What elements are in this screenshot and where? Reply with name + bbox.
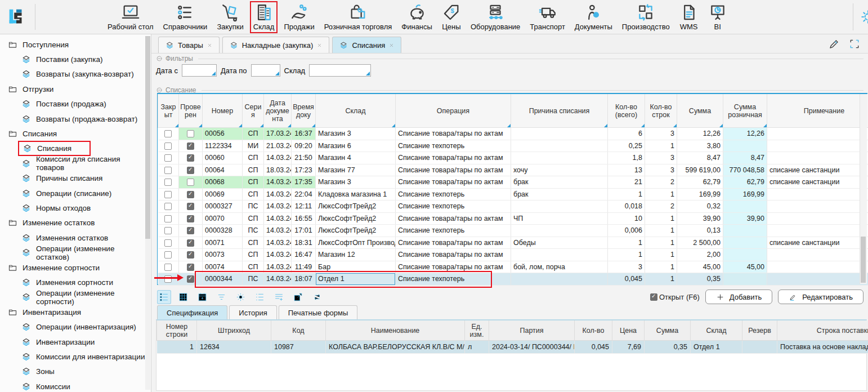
cell-sklad[interactable]: ЛюксСофтОпт Производ xyxy=(316,237,396,249)
cell-nomer[interactable]: 00071 xyxy=(203,237,243,249)
checkbox-zakryt[interactable] xyxy=(164,215,172,222)
spec-tool-numbered-list[interactable] xyxy=(253,290,267,304)
checkbox-zakryt[interactable] xyxy=(164,251,172,259)
spec-tool-filter[interactable] xyxy=(214,290,229,304)
sidebar-scrollbar[interactable] xyxy=(145,36,150,390)
cell-kolvo_strok[interactable]: 1 xyxy=(645,212,677,225)
spec-column-header-nomer_stroki[interactable]: Номер строки xyxy=(157,320,197,341)
sidebar-item-komissii[interactable]: Комиссии xyxy=(0,379,151,392)
cell-summa[interactable]: 3,80 xyxy=(677,140,723,152)
cell-summa_rozn[interactable] xyxy=(723,225,767,237)
cell-prichina[interactable]: бой, лом, порча xyxy=(511,261,608,273)
spec-cell-cena[interactable]: 7,69 xyxy=(612,341,645,354)
sidebar-item-postavki-zakupka[interactable]: Поставки (закупка) xyxy=(0,52,151,66)
spec-tool-gear[interactable] xyxy=(234,290,248,304)
cell-data[interactable]: 17.03.24 xyxy=(264,128,292,140)
cell-kolvo_vsego[interactable]: 0,25 xyxy=(608,140,645,152)
spec-cell-shtrihkod[interactable]: 12634 xyxy=(197,341,271,354)
cell-proveden[interactable] xyxy=(179,201,203,213)
cell-kolvo_strok[interactable]: 3 xyxy=(645,128,677,140)
checkbox-proveden[interactable] xyxy=(187,130,194,137)
table-row[interactable]: 00073СП14.03.2416:47Магазин 12Списание т… xyxy=(158,249,868,261)
cell-operaciya[interactable]: Списание товара/тары по актам xyxy=(396,176,511,189)
cell-nomer[interactable]: 00073 xyxy=(203,249,243,261)
cell-vremya[interactable]: 16:55 xyxy=(292,212,316,225)
spec-column-header-rezerv[interactable]: Резерв xyxy=(742,320,777,341)
cell-nomer[interactable]: 00056 xyxy=(203,128,243,140)
column-header-sklad[interactable]: Склад xyxy=(316,94,396,128)
cell-summa[interactable]: 39,90 xyxy=(677,212,723,225)
cell-seriya[interactable]: ПС xyxy=(243,273,264,286)
checkbox-zakryt[interactable] xyxy=(164,142,172,150)
spec-cell-nomer_stroki[interactable]: 1 xyxy=(157,341,197,354)
cell-prichina[interactable] xyxy=(511,225,608,237)
cell-kolvo_strok[interactable]: 1 xyxy=(645,249,677,261)
cell-kolvo_vsego[interactable]: 1 xyxy=(608,188,645,201)
checkbox-zakryt[interactable] xyxy=(164,264,172,271)
cell-sklad[interactable]: Магазин 3 xyxy=(316,128,396,140)
cell-vremya[interactable]: 18:07 xyxy=(292,273,316,286)
cell-prichina[interactable] xyxy=(511,273,608,286)
cell-primechanie[interactable]: списание санстанции xyxy=(767,176,868,189)
tab-close-icon[interactable] xyxy=(207,43,212,48)
spec-table-row[interactable]: 11263410987КОЛБАСА ВАР.БЕЛОРУССКАЯ КЛ.В/… xyxy=(157,341,868,354)
cell-operaciya[interactable]: Списание техпотерь xyxy=(396,225,511,237)
cell-proveden[interactable] xyxy=(179,273,203,286)
table-row[interactable]: 0000327ПС14.03.2412:11ЛюксСофтТрейд2Спис… xyxy=(158,201,868,213)
cell-summa[interactable]: 0,32 xyxy=(677,201,723,213)
filter-input-sklad[interactable] xyxy=(309,64,371,77)
cell-sklad[interactable]: ЛюксСофтТрейд2 xyxy=(316,225,396,237)
sidebar-item-vozvraty-prodazha[interactable]: Возвраты (продажа-возврат) xyxy=(0,112,151,126)
spec-column-header-shtrihkod[interactable]: Штрихкод xyxy=(197,320,271,341)
cell-kolvo_vsego[interactable]: 10 xyxy=(608,212,645,225)
checkbox-proveden[interactable] xyxy=(187,264,194,271)
spec-cell-kod[interactable]: 10987 xyxy=(271,341,326,354)
column-header-prichina[interactable]: Причина списания xyxy=(511,94,608,128)
toolbar-item-purchases[interactable]: Закупки xyxy=(217,3,243,31)
cell-data[interactable]: 14.03.24 xyxy=(264,188,292,201)
cell-data[interactable]: 14.03.24 xyxy=(264,237,292,249)
sidebar-item-operacii-ostatki[interactable]: Операции (изменение остатков) xyxy=(0,245,151,260)
table-row[interactable]: 0000328ПС14.03.2417:01ЛюксСофтТрейд2Спис… xyxy=(158,225,868,237)
spec-column-header-ed[interactable]: Ед. изм. xyxy=(465,320,489,341)
cell-nomer[interactable]: 1122334 xyxy=(203,140,243,152)
cell-kolvo_vsego[interactable]: 0,006 xyxy=(608,225,645,237)
filter-input-date-to[interactable] xyxy=(251,64,280,77)
cell-zakryt[interactable] xyxy=(158,152,179,164)
cell-sklad[interactable]: Бар xyxy=(316,261,396,273)
settings-sun-icon[interactable] xyxy=(859,8,868,26)
cell-vremya[interactable]: 16:37 xyxy=(292,128,316,140)
toolbar-item-prices[interactable]: $Цены xyxy=(442,3,461,31)
sidebar-item-komissii-inventarizaciya[interactable]: Комиссии для инвентаризации xyxy=(0,349,151,364)
filters-group-header[interactable]: Фильтры xyxy=(156,55,863,63)
cell-kolvo_strok[interactable]: 3 xyxy=(645,164,677,176)
cell-primechanie[interactable] xyxy=(767,128,868,140)
cell-primechanie[interactable] xyxy=(767,249,868,261)
toolbar-item-transport[interactable]: Транспорт xyxy=(530,3,565,31)
cell-kolvo_strok[interactable]: 1 xyxy=(645,261,677,273)
cell-seriya[interactable]: СП xyxy=(243,212,264,225)
cell-operaciya[interactable]: Списание товара/тары по актам xyxy=(396,249,511,261)
table-row[interactable]: 00074СП14.03.2411:49БарСписание товара/т… xyxy=(158,261,868,273)
cell-proveden[interactable] xyxy=(179,261,203,273)
column-header-seriya[interactable]: Серия xyxy=(243,94,264,128)
column-header-operaciya[interactable]: Операция xyxy=(396,94,511,128)
cell-nomer[interactable]: 00070 xyxy=(203,212,243,225)
edit-button[interactable]: Редактировать xyxy=(778,289,863,304)
cell-vremya[interactable]: 17:23 xyxy=(292,164,316,176)
spec-tool-list-view[interactable] xyxy=(157,290,171,304)
cell-zakryt[interactable] xyxy=(158,273,179,286)
table-row[interactable]: 1122334МИ21.03.2409:20Магазин 6Списание … xyxy=(158,140,868,152)
cell-kolvo_vsego[interactable]: 0,045 xyxy=(608,273,645,286)
cell-summa_rozn[interactable]: 62,79 xyxy=(723,176,767,189)
cell-sklad[interactable]: Магазин 6 xyxy=(316,140,396,152)
checkbox-proveden[interactable] xyxy=(187,154,194,162)
cell-nomer[interactable]: 00064 xyxy=(203,164,243,176)
table-row[interactable]: 00070СП14.03.2416:55ЛюксСофтТрейд2Списан… xyxy=(158,212,868,225)
spec-cell-ed[interactable]: л xyxy=(465,341,489,354)
checkbox-proveden[interactable] xyxy=(187,227,194,234)
cell-kolvo_vsego[interactable]: 13 xyxy=(608,164,645,176)
toolbar-item-sales[interactable]: Продажи xyxy=(284,3,314,31)
column-header-kolvo_strok[interactable]: Кол-во строк xyxy=(645,94,677,128)
column-header-vremya[interactable]: Время доку xyxy=(292,94,316,128)
